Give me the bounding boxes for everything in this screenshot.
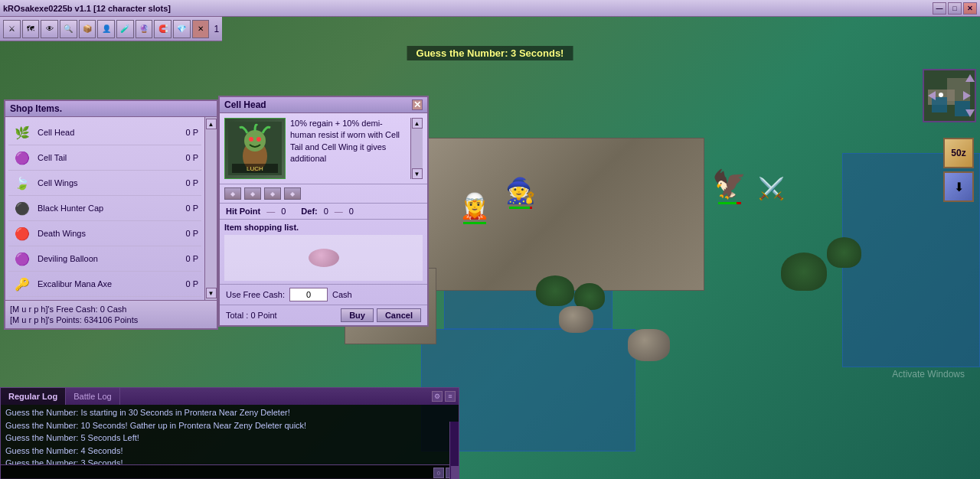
total-label: Total : 0 Point [226,311,277,320]
item-desc-text: 10% regain + 10% demi-human resist if wo… [290,118,406,165]
svg-point-2 [244,130,266,152]
free-cash-input[interactable] [289,288,328,301]
titlebar: kROsakexe0225b v1.1 [12 character slots]… [0,0,980,17]
toolbar-btn-6[interactable]: 👤 [97,20,115,38]
minimap-svg [924,70,975,121]
tab-regular-label: Regular Log [8,392,57,401]
shop-scroll-up[interactable]: ▲ [206,119,217,129]
character-2: 🧙 [505,176,536,209]
shop-item-cell-wings[interactable]: 🍃 Cell Wings 0 P [8,171,201,196]
slot-row: ◆ ◆ ◆ ◆ [220,184,427,203]
shop-title: Shop Items. [10,103,62,114]
tab-regular-log[interactable]: Regular Log [1,388,66,405]
item-detail-title: Cell Head [224,99,266,110]
character-1: 🧝 [459,191,490,224]
tab-battle-log[interactable]: Battle Log [66,388,120,405]
tab-battle-label: Battle Log [74,392,112,401]
log-panel: Regular Log Battle Log ⚙ ≡ Guess the Num… [0,387,459,479]
def-val1: 0 [324,207,328,216]
shopping-list-area [224,235,423,281]
minimap [923,69,976,122]
excalibur-mana-axe-icon: 🔑 [11,273,33,295]
shop-free-cash: [M u r p h]'s Free Cash: 0 Cash [10,304,212,314]
log-scrollbar[interactable] [449,422,459,479]
toolbar-btn-10[interactable]: 💎 [173,20,191,38]
shop-item-cell-head[interactable]: 🌿 Cell Head 0 P [8,120,201,145]
shop-item-price-cell-tail: 0 P [185,153,198,162]
log-settings-btn[interactable]: ⚙ [432,391,443,402]
toolbar-btn-5[interactable]: 📦 [79,20,96,38]
shop-item-price-cell-head: 0 P [185,128,198,137]
shop-item-name-cell-tail: Cell Tail [38,153,185,162]
svg-point-4 [256,137,261,142]
item-scroll-up[interactable]: ▲ [412,118,423,129]
item-description: 10% regain + 10% demi-human resist if wo… [290,118,406,179]
activate-windows-text: Activate Windows [892,369,965,380]
slot-icon-2: ◆ [244,187,261,200]
log-content-area: Guess the Number: Is starting in 30 Seco… [1,405,459,464]
shop-scroll-down[interactable]: ▼ [206,288,217,298]
log-controls: ⚙ ≡ [429,388,459,405]
shop-item-cell-tail[interactable]: 🟣 Cell Tail 0 P [8,145,201,171]
cancel-button[interactable]: Cancel [377,308,421,322]
right-icon-btn-1[interactable]: 50z [943,138,974,168]
black-hunter-cap-icon: ⚫ [11,197,33,219]
toolbar-btn-2[interactable]: 🗺 [22,20,40,38]
log-content: Guess the Number: Is starting in 30 Seco… [1,405,459,464]
log-tabs: Regular Log Battle Log ⚙ ≡ [1,388,459,405]
slot-icon-1: ◆ [224,187,241,200]
total-row: Total : 0 Point Buy Cancel [220,305,427,325]
toolbar-btn-1[interactable]: ⚔ [3,20,21,38]
buy-button[interactable]: Buy [341,308,374,322]
minimize-button[interactable]: — [933,2,946,15]
shop-item-price-death-wings: 0 P [185,229,198,238]
log-scroll-thumb[interactable] [451,466,459,479]
shop-item-price-deviling-balloon: 0 P [185,254,198,263]
item-scroll-down[interactable]: ▼ [412,168,423,179]
log-line-4: Guess the Number: 4 Seconds! [5,445,454,458]
character-3: 🦅 [712,168,746,204]
toolbar-btn-close[interactable]: ✕ [192,20,210,38]
shopping-list-section: Item shopping list. [220,219,427,284]
shop-item-death-wings[interactable]: 🔴 Death Wings 0 P [8,221,201,246]
log-input-field[interactable] [1,468,431,477]
toolbar-btn-9[interactable]: 🧲 [154,20,172,38]
announce-text: Guess the Number: 3 Seconds! [416,47,564,59]
right-icon-btn-2[interactable]: ⬇ [943,171,974,202]
toolbar-btn-7[interactable]: 🧪 [116,20,134,38]
shop-item-deviling-balloon[interactable]: 🟣 Deviling Balloon 0 P [8,246,201,272]
log-btn-circle-1[interactable]: ○ [433,468,444,478]
log-input-row: ○ ○ [1,464,459,479]
shopping-item-ball [309,249,339,267]
def-label: Def: [301,207,317,216]
close-button[interactable]: ✕ [963,2,977,15]
shop-item-excalibur-mana-axe[interactable]: 🔑 Excalibur Mana Axe 0 P [8,272,201,297]
character-4: ⚔️ [758,176,785,201]
shopping-list-label: Item shopping list. [224,223,423,232]
shop-item-price-black-hunter-cap: 0 P [185,204,198,213]
shop-scrollbar: ▲ ▼ [204,117,217,300]
svg-point-12 [939,93,943,97]
announce-banner: Guess the Number: 3 Seconds! [407,46,573,60]
toolbar-btn-8[interactable]: 🔮 [136,20,153,38]
maximize-button[interactable]: □ [948,2,962,15]
shop-footer: [M u r p h]'s Free Cash: 0 Cash [M u r p… [5,300,217,328]
item-detail-close-button[interactable]: ✕ [412,99,423,110]
right-side-icons: 50z ⬇ [943,138,974,202]
item-detail-header: Cell Head ✕ [220,97,427,113]
bush-decoration [536,275,574,306]
item-sprite-svg: LUCH [228,122,282,175]
svg-rect-11 [955,101,970,116]
svg-point-3 [249,137,253,142]
use-free-cash-row: Use Free Cash: Cash [220,284,427,305]
cell-tail-icon: 🟣 [11,147,33,168]
toolbar-btn-4[interactable]: 🔍 [60,20,77,38]
shop-points: [M u r p h]'s Points: 634106 Points [10,314,212,325]
log-filter-btn[interactable]: ≡ [445,391,456,402]
shop-item-name-cell-head: Cell Head [38,128,185,137]
shop-item-black-hunter-cap[interactable]: ⚫ Black Hunter Cap 0 P [8,196,201,221]
shop-item-price-cell-wings: 0 P [185,178,198,187]
log-line-2: Guess the Number: 10 Seconds! Gather up … [5,419,454,432]
shop-item-name-cell-wings: Cell Wings [38,178,185,187]
toolbar-btn-3[interactable]: 👁 [41,20,58,38]
